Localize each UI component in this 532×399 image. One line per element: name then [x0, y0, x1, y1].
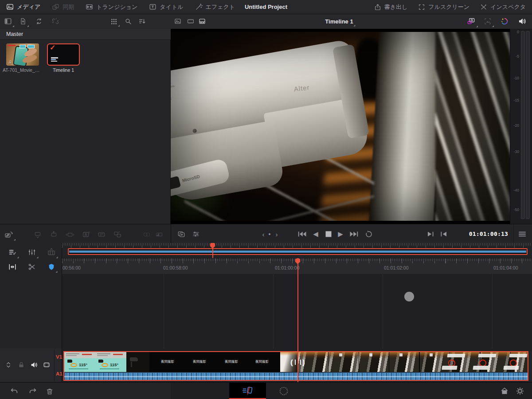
media-item-clip[interactable]: ♫: [6, 43, 39, 66]
safe-trim-shield-icon[interactable]: [48, 263, 55, 271]
close-up-button[interactable]: [66, 231, 74, 239]
redo-button[interactable]: [28, 387, 37, 395]
bin-name: Master: [6, 31, 23, 37]
clip-display-options-button[interactable]: [47, 248, 56, 257]
transform-icon[interactable]: [484, 17, 492, 25]
skip-start-button[interactable]: [298, 231, 307, 238]
audio-meter-strip: 0 -5 -10 -15 -20 -30 -40 -50: [510, 29, 532, 224]
filmstrip-view-icon[interactable]: [187, 18, 195, 25]
track-label-v1[interactable]: V1: [56, 354, 62, 360]
import-media-button[interactable]: [20, 18, 27, 25]
track-label-a1[interactable]: A1: [56, 371, 63, 376]
trim-handle-bar-right: [300, 360, 301, 365]
video-vignette: [171, 32, 510, 221]
track-video-enable-icon[interactable]: [43, 362, 51, 368]
annotation-label-box: [447, 354, 465, 357]
viewer-panel: カメラ 500万画素 -701 Made in China 216066 12V…: [171, 29, 532, 224]
meter-scale-50: -50: [510, 207, 519, 212]
settings-gear-button[interactable]: [516, 387, 524, 395]
bin-header[interactable]: Master: [0, 29, 171, 40]
export-button[interactable]: 書き出し: [374, 3, 408, 11]
tab-media-label: メディア: [17, 3, 40, 11]
grid-view-button[interactable]: [110, 18, 117, 25]
tab-titles[interactable]: タイトル: [149, 3, 183, 11]
thumbnail-view-icon[interactable]: [174, 18, 181, 25]
playhead-timecode[interactable]: 01:01:00:13: [462, 224, 508, 243]
trim-handle-left[interactable]: (: [290, 358, 293, 367]
source-overwrite-button[interactable]: [98, 231, 106, 239]
viewer-volume-icon[interactable]: [518, 17, 527, 26]
track-lock-icon[interactable]: [18, 361, 25, 368]
export-icon: [374, 4, 381, 11]
viewer-video-frame[interactable]: カメラ 500万画素 -701 Made in China 216066 12V…: [171, 32, 510, 221]
meter-scale-0: 0: [510, 30, 519, 34]
track-options-button[interactable]: [28, 248, 36, 257]
step-back-button[interactable]: ◀: [313, 230, 318, 238]
media-item-timeline[interactable]: ✓: [47, 43, 80, 66]
undo-button[interactable]: [10, 387, 19, 395]
track-audio-enable-icon[interactable]: [31, 361, 38, 369]
cut-page-button[interactable]: [229, 383, 266, 398]
unlink-icon[interactable]: [51, 17, 59, 25]
multicam-camera-icon[interactable]: [467, 17, 476, 26]
split-clip-scissors-icon[interactable]: [28, 263, 36, 271]
tab-sync[interactable]: 同期: [52, 3, 74, 11]
diagram-angle-label: 115°: [79, 362, 87, 367]
timeline-scrubber[interactable]: [62, 243, 532, 258]
trim-handle-right[interactable]: ): [302, 358, 305, 367]
home-button[interactable]: [501, 387, 509, 395]
play-button[interactable]: ▶: [338, 230, 343, 238]
loop-button[interactable]: [365, 231, 373, 238]
effects-wand-icon: [195, 3, 203, 11]
skip-end-button[interactable]: [349, 231, 358, 238]
ruler-label-2: 01:01:00:00: [275, 265, 299, 270]
stop-button[interactable]: [326, 231, 332, 237]
tools-icon[interactable]: [192, 230, 200, 238]
fullscreen-button[interactable]: フルスクリーン: [418, 3, 469, 11]
ripple-overwrite-button[interactable]: [50, 231, 58, 239]
place-on-top-button[interactable]: [82, 231, 90, 239]
audio-clip-note-icon: ♫: [8, 59, 12, 64]
tab-media[interactable]: メディア: [6, 3, 40, 11]
delete-trash-button[interactable]: [46, 387, 54, 395]
smart-insert-button[interactable]: [34, 231, 42, 239]
ruler-gridline: [164, 274, 164, 348]
scrubber-ticks: [62, 243, 532, 248]
jog-dot-icon[interactable]: ●: [268, 232, 270, 236]
export-label: 書き出し: [384, 3, 408, 11]
top-nav-bar: メディア 同期 トランジション タイトル エフェクト Untitled Proj…: [0, 0, 532, 14]
jog-left-icon[interactable]: ‹: [262, 231, 265, 238]
prev-edit-button[interactable]: [441, 231, 447, 237]
timeline-clip[interactable]: 115° 115° 夜間撮影 夜間撮影 夜間: [64, 352, 528, 380]
timeline-selector[interactable]: Timeline 1: [325, 18, 353, 25]
append-clip-button[interactable]: [4, 231, 13, 239]
track-height-icon[interactable]: [5, 361, 12, 368]
tab-effects[interactable]: エフェクト: [195, 3, 235, 11]
transition-2-button[interactable]: [156, 231, 163, 239]
swap-button[interactable]: [113, 231, 122, 239]
tab-transitions[interactable]: トランジション: [86, 3, 137, 11]
jog-right-icon[interactable]: ›: [276, 231, 278, 238]
touch-indicator-dot: [404, 292, 414, 301]
trim-tool-button[interactable]: [8, 263, 17, 271]
clip-overlay-icon[interactable]: [177, 230, 186, 238]
timeline-playhead-line[interactable]: [297, 258, 298, 382]
trim-handle-bar-left: [295, 360, 296, 365]
next-edit-button[interactable]: [427, 231, 434, 237]
timeline-overview-bar[interactable]: [68, 248, 528, 255]
sort-icon[interactable]: [139, 18, 146, 25]
timeline-menu-icon[interactable]: [519, 231, 526, 237]
timeline-view-options-button[interactable]: [8, 248, 17, 257]
panel-toggle-button[interactable]: [4, 17, 12, 25]
annotation-label-box: [509, 354, 527, 357]
transition-1-button[interactable]: [143, 231, 151, 239]
media-pool-panel: Master ♫ AT-701_Movie_HD... ✓ Timeline 1: [0, 29, 171, 226]
resync-icon[interactable]: [35, 18, 43, 25]
search-icon[interactable]: [125, 18, 132, 25]
color-page-button[interactable]: [280, 387, 288, 395]
color-boost-icon[interactable]: [501, 17, 509, 26]
ruler-label-0: 00:56:00: [63, 265, 81, 270]
inspector-button[interactable]: インスペクタ: [480, 3, 526, 11]
clip-caption: 夜間撮影: [158, 360, 177, 364]
source-tape-view-icon[interactable]: [199, 18, 206, 25]
